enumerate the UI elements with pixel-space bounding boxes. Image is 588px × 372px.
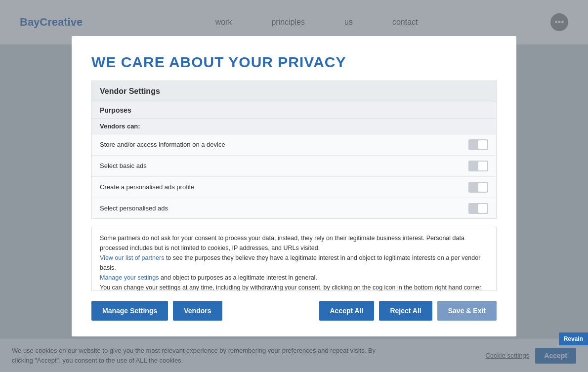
vendor-item-1: Select basic ads	[92, 156, 496, 177]
modal-title: WE CARE ABOUT YOUR PRIVACY	[91, 54, 497, 71]
vendors-can-label: Vendors can:	[92, 119, 496, 134]
vendor-toggle-3[interactable]	[468, 203, 488, 214]
left-buttons: Manage Settings Vendors	[91, 301, 222, 321]
vendor-toggle-1[interactable]	[468, 161, 488, 171]
info-text-1: Some partners do not ask for your consen…	[100, 235, 464, 251]
vendor-item-3: Select personalised ads	[92, 198, 496, 218]
vendor-toggle-2[interactable]	[468, 182, 488, 193]
vendor-item-0: Store and/or access information on a dev…	[92, 134, 496, 156]
view-partners-link[interactable]: View our list of partners	[100, 254, 164, 261]
right-buttons: Accept All Reject All Save & Exit	[319, 301, 497, 321]
vendor-settings-box: Vendor Settings Purposes Vendors can: St…	[91, 81, 497, 219]
info-text-3: and object to purposes as a legitimate i…	[161, 274, 317, 281]
vendor-item-label-2: Create a personalised ads profile	[100, 183, 194, 191]
vendor-item-label-1: Select basic ads	[100, 162, 147, 169]
info-text-area: Some partners do not ask for your consen…	[91, 227, 497, 291]
revain-badge[interactable]: Revain	[559, 332, 588, 345]
vendor-toggle-0[interactable]	[468, 139, 488, 150]
manage-settings-link[interactable]: Manage your settings	[100, 274, 159, 281]
vendors-button[interactable]: Vendors	[173, 301, 222, 321]
modal-buttons: Manage Settings Vendors Accept All Rejec…	[91, 301, 497, 321]
vendor-item-2: Create a personalised ads profile	[92, 177, 496, 198]
info-text-4: You can change your settings at any time…	[100, 284, 483, 291]
vendor-item-label-0: Store and/or access information on a dev…	[100, 141, 225, 148]
vendor-item-label-3: Select personalised ads	[100, 205, 168, 212]
vendor-settings-header: Vendor Settings	[92, 81, 496, 102]
vendor-list: Store and/or access information on a dev…	[92, 134, 496, 218]
reject-all-button[interactable]: Reject All	[379, 301, 432, 321]
manage-settings-button[interactable]: Manage Settings	[91, 301, 168, 321]
accept-all-button[interactable]: Accept All	[319, 301, 375, 321]
save-exit-button[interactable]: Save & Exit	[437, 301, 497, 321]
privacy-modal: WE CARE ABOUT YOUR PRIVACY Vendor Settin…	[72, 36, 516, 336]
purposes-header: Purposes	[92, 102, 496, 119]
